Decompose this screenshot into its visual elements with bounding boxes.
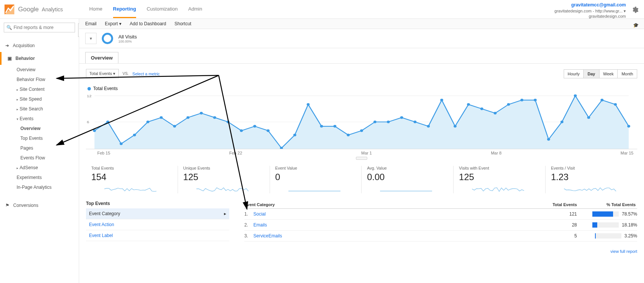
svg-point-4 — [93, 129, 96, 132]
svg-point-21 — [320, 125, 323, 128]
row-pct: 78.57% — [577, 211, 637, 217]
svg-point-5 — [106, 121, 109, 123]
sidebar-item-adsense[interactable]: ▸AdSense — [4, 163, 75, 173]
account-picker[interactable]: gravitatemcc@gmail.com gravitatedesign.c… — [555, 2, 626, 19]
segment-expand-button[interactable]: ▾ — [85, 33, 97, 44]
svg-point-20 — [307, 103, 310, 106]
svg-point-11 — [187, 116, 190, 119]
sidebar-item-site-search[interactable]: ▸Site Search — [4, 104, 75, 114]
legend-label: Total Events — [93, 86, 118, 91]
toolbar-shortcut[interactable]: Shortcut — [175, 21, 192, 26]
row-name-link[interactable]: Social — [253, 211, 532, 217]
sidebar-item-acquisition[interactable]: ➜ Acquisition — [4, 39, 75, 52]
row-total-events: 121 — [532, 211, 577, 217]
search-icon: 🔍 — [6, 25, 12, 30]
chart-drag-handle[interactable] — [356, 157, 367, 160]
scorecard-unique-events[interactable]: Unique Events 125 — [178, 166, 270, 193]
chevron-right-icon: ▸ — [224, 211, 226, 216]
row-index: 2. — [244, 222, 253, 228]
sidebar-item-site-content[interactable]: ▸Site Content — [4, 84, 75, 94]
sidebar-item-overview[interactable]: Overview — [4, 65, 75, 75]
scorecard-value: 1.23 — [551, 172, 632, 182]
svg-text:6: 6 — [87, 120, 89, 124]
nav-customization[interactable]: Customization — [147, 1, 178, 18]
sidebar-item-conversions[interactable]: ⚑ Conversions — [4, 199, 75, 212]
scorecard-avg-value[interactable]: Avg. Value 0.00 — [362, 166, 454, 193]
svg-point-36 — [520, 99, 523, 101]
primary-metric-dropdown[interactable]: Total Events ▾ — [86, 69, 119, 78]
sidebar-item-site-speed[interactable]: ▸Site Speed — [4, 94, 75, 104]
scorecard-label: Visits with Event — [459, 166, 540, 170]
gran-hourly[interactable]: Hourly — [564, 69, 584, 78]
svg-point-14 — [227, 121, 230, 123]
scorecard-label: Unique Events — [183, 166, 264, 170]
flag-icon: ⚑ — [5, 203, 9, 208]
gran-week[interactable]: Week — [599, 69, 618, 78]
nav-reporting[interactable]: Reporting — [113, 1, 136, 18]
all-visits-donut-icon — [102, 33, 113, 44]
sidebar-item-experiments[interactable]: Experiments — [4, 173, 75, 182]
dimension-event-category[interactable]: Event Category▸ — [86, 208, 229, 219]
col-header-pct[interactable]: % Total Events — [577, 202, 637, 207]
scorecard-value: 154 — [91, 172, 172, 182]
scorecard-visits-with-event[interactable]: Visits with Event 125 — [454, 166, 546, 193]
col-header-total-events[interactable]: Total Events — [532, 202, 577, 207]
svg-point-10 — [173, 125, 176, 128]
scorecard-label: Avg. Value — [367, 166, 448, 170]
sidebar-item-top-events[interactable]: Top Events — [4, 133, 75, 143]
sidebar-label: Behavior — [15, 56, 35, 61]
sidebar-item-inpage[interactable]: In-Page Analytics — [4, 182, 75, 192]
col-header-dim[interactable]: Event Category — [244, 202, 532, 207]
row-total-events: 5 — [532, 233, 577, 239]
chart-xtick: Mar 15 — [621, 151, 633, 155]
svg-point-28 — [414, 121, 417, 123]
nav-home[interactable]: Home — [89, 1, 103, 18]
svg-point-15 — [240, 129, 243, 132]
sidebar-label: Conversions — [13, 203, 38, 208]
tab-overview[interactable]: Overview — [85, 52, 118, 63]
svg-point-6 — [120, 142, 123, 145]
secondary-metric-select[interactable]: Select a metric — [132, 72, 160, 76]
education-icon[interactable]: 🎓 — [633, 23, 639, 28]
sidebar-item-behavior[interactable]: ▣ Behavior — [0, 52, 75, 65]
chart-xtick: Mar 1 — [361, 151, 372, 155]
scorecard-events-visit[interactable]: Events / Visit 1.23 — [546, 166, 637, 193]
gran-day[interactable]: Day — [583, 69, 599, 78]
svg-point-33 — [480, 107, 483, 110]
svg-point-25 — [373, 121, 376, 123]
svg-point-34 — [494, 112, 497, 115]
svg-point-17 — [267, 129, 270, 132]
segment-title: All Visits — [118, 34, 137, 40]
sidebar-item-behavior-flow[interactable]: Behavior Flow — [4, 75, 75, 84]
svg-point-40 — [574, 94, 577, 97]
nav-admin[interactable]: Admin — [188, 1, 202, 18]
toolbar-email[interactable]: Email — [85, 21, 97, 26]
sidebar-item-events-pages[interactable]: Pages — [4, 143, 75, 153]
dimension-event-label[interactable]: Event Label — [86, 230, 229, 241]
sidebar-item-events[interactable]: ▾Events — [4, 114, 75, 124]
timeseries-chart[interactable]: 612 — [86, 93, 637, 149]
table-row: 2. Emails 28 18.18% — [244, 220, 637, 231]
toolbar-add-dashboard[interactable]: Add to Dashboard — [130, 21, 166, 26]
sidebar-item-events-overview[interactable]: Overview — [4, 124, 75, 133]
chart-x-axis: Feb 15Feb 22Mar 1Mar 8Mar 15 — [86, 149, 637, 155]
legend-dot-icon — [87, 87, 91, 90]
table-row: 1. Social 121 78.57% — [244, 209, 637, 220]
svg-point-35 — [507, 103, 510, 106]
settings-icon[interactable] — [631, 6, 639, 15]
report-search[interactable]: 🔍 — [4, 23, 75, 32]
scorecard-event-value[interactable]: Event Value 0 — [270, 166, 362, 193]
dimension-event-action[interactable]: Event Action — [86, 219, 229, 230]
scorecard-total-events[interactable]: Total Events 154 — [86, 166, 178, 193]
row-pct-bar — [592, 222, 619, 228]
toolbar-export[interactable]: Export ▾ — [105, 21, 121, 26]
sidebar-item-events-flow[interactable]: Events Flow — [4, 153, 75, 163]
svg-point-9 — [160, 116, 163, 119]
view-full-report-link[interactable]: view full report — [79, 246, 644, 254]
row-name-link[interactable]: ServiceEmails — [253, 233, 532, 239]
search-input[interactable] — [14, 25, 72, 30]
row-name-link[interactable]: Emails — [253, 222, 532, 228]
granularity-switch: Hourly Day Week Month — [564, 69, 637, 78]
gran-month[interactable]: Month — [617, 69, 637, 78]
chart-xtick: Feb 15 — [97, 151, 110, 155]
